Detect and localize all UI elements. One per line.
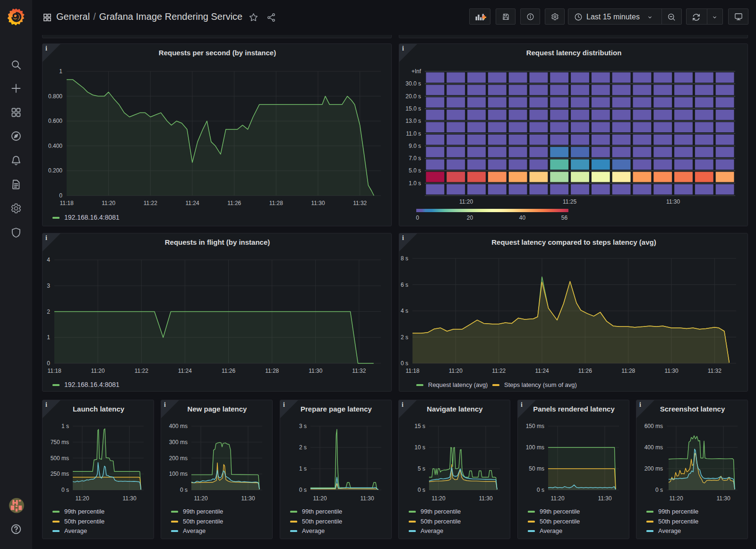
svg-text:50th percentile: 50th percentile — [64, 518, 104, 525]
svg-text:11:28: 11:28 — [265, 368, 279, 374]
svg-text:15.0 s: 15.0 s — [405, 105, 421, 112]
svg-text:600 ms: 600 ms — [644, 423, 663, 429]
svg-text:1: 1 — [59, 68, 62, 75]
svg-text:11:20: 11:20 — [669, 495, 683, 502]
svg-text:11:32: 11:32 — [708, 368, 722, 374]
svg-text:1.0 s: 1.0 s — [409, 180, 421, 187]
svg-text:11:26: 11:26 — [222, 368, 235, 374]
svg-text:99th percentile: 99th percentile — [421, 508, 461, 515]
svg-text:750 ms: 750 ms — [51, 439, 69, 446]
svg-text:13.0 s: 13.0 s — [405, 118, 421, 124]
svg-text:99th percentile: 99th percentile — [302, 508, 342, 515]
svg-text:200 ms: 200 ms — [644, 465, 663, 472]
svg-text:0 s: 0 s — [418, 487, 425, 493]
svg-text:3 s: 3 s — [299, 423, 307, 429]
svg-text:0.800: 0.800 — [48, 93, 62, 100]
svg-text:Average: Average — [421, 527, 443, 534]
svg-text:11:20: 11:20 — [102, 200, 115, 206]
svg-text:0 s: 0 s — [401, 360, 408, 367]
svg-text:11:30: 11:30 — [311, 200, 325, 206]
svg-text:20: 20 — [467, 214, 473, 221]
svg-text:11:30: 11:30 — [122, 495, 136, 502]
svg-text:99th percentile: 99th percentile — [64, 508, 104, 515]
svg-text:11:22: 11:22 — [135, 368, 148, 374]
svg-text:3: 3 — [47, 283, 50, 289]
svg-text:250 ms: 250 ms — [51, 471, 69, 477]
svg-text:11:18: 11:18 — [60, 200, 73, 206]
svg-text:0 s: 0 s — [61, 487, 69, 493]
svg-text:0: 0 — [47, 360, 50, 367]
svg-text:192.168.16.4:8081: 192.168.16.4:8081 — [64, 381, 120, 388]
svg-text:30.0 s: 30.0 s — [405, 80, 421, 87]
svg-text:0.600: 0.600 — [48, 118, 62, 124]
svg-text:99th percentile: 99th percentile — [658, 508, 698, 515]
svg-text:11.0 s: 11.0 s — [406, 130, 421, 137]
svg-text:11:26: 11:26 — [227, 200, 241, 206]
svg-text:11:25: 11:25 — [563, 198, 576, 205]
svg-text:11:18: 11:18 — [47, 368, 61, 374]
svg-text:0 s: 0 s — [299, 487, 307, 493]
svg-text:192.168.16.4:8081: 192.168.16.4:8081 — [64, 214, 120, 221]
svg-text:56: 56 — [561, 214, 568, 221]
svg-text:11:24: 11:24 — [185, 200, 199, 206]
svg-text:Average: Average — [658, 527, 681, 534]
svg-text:11:18: 11:18 — [405, 368, 419, 374]
svg-text:11:20: 11:20 — [431, 495, 445, 502]
svg-text:11:20: 11:20 — [550, 495, 564, 502]
svg-text:0.400: 0.400 — [48, 143, 62, 149]
svg-text:11:30: 11:30 — [241, 495, 255, 502]
svg-text:2: 2 — [47, 309, 50, 315]
svg-text:11:26: 11:26 — [578, 368, 592, 374]
svg-text:Average: Average — [64, 527, 87, 534]
svg-text:11:22: 11:22 — [492, 368, 506, 374]
svg-text:200 ms: 200 ms — [169, 455, 188, 462]
svg-text:11:20: 11:20 — [313, 495, 326, 502]
svg-text:11:30: 11:30 — [666, 198, 680, 205]
svg-text:1 s: 1 s — [299, 465, 307, 472]
svg-text:11:20: 11:20 — [75, 495, 89, 502]
svg-text:150 ms: 150 ms — [526, 423, 544, 429]
svg-text:11:30: 11:30 — [309, 368, 322, 374]
svg-text:Average: Average — [302, 527, 325, 534]
svg-text:100 ms: 100 ms — [526, 444, 544, 451]
svg-text:11:28: 11:28 — [621, 368, 635, 374]
svg-text:50 ms: 50 ms — [529, 465, 544, 472]
svg-text:11:30: 11:30 — [479, 495, 492, 502]
svg-text:11:30: 11:30 — [716, 495, 730, 502]
svg-text:9.0 s: 9.0 s — [409, 143, 421, 149]
svg-text:11:30: 11:30 — [598, 495, 611, 502]
svg-text:300 ms: 300 ms — [169, 439, 188, 446]
svg-text:0: 0 — [59, 192, 62, 199]
svg-text:99th percentile: 99th percentile — [183, 508, 223, 515]
svg-text:0 s: 0 s — [537, 487, 544, 493]
svg-text:11:24: 11:24 — [535, 368, 549, 374]
svg-text:Request latency (avg): Request latency (avg) — [428, 381, 488, 388]
svg-text:10 s: 10 s — [414, 444, 425, 451]
svg-text:8 s: 8 s — [401, 255, 408, 262]
svg-text:11:24: 11:24 — [178, 368, 192, 374]
svg-text:0.200: 0.200 — [48, 167, 62, 174]
svg-text:11:32: 11:32 — [353, 200, 367, 206]
svg-text:+Inf: +Inf — [412, 68, 421, 75]
svg-text:11:22: 11:22 — [144, 200, 157, 206]
svg-text:11:30: 11:30 — [360, 495, 374, 502]
svg-text:1: 1 — [47, 334, 50, 341]
svg-text:11:20: 11:20 — [194, 495, 207, 502]
svg-text:50th percentile: 50th percentile — [302, 518, 342, 525]
svg-text:100 ms: 100 ms — [169, 471, 188, 477]
svg-text:500 ms: 500 ms — [51, 455, 69, 462]
svg-text:40: 40 — [519, 214, 526, 221]
svg-text:11:30: 11:30 — [664, 368, 678, 374]
svg-text:5 s: 5 s — [418, 465, 425, 472]
svg-text:5.0 s: 5.0 s — [409, 167, 421, 174]
svg-text:11:20: 11:20 — [91, 368, 105, 374]
svg-text:11:20: 11:20 — [449, 368, 463, 374]
svg-text:50th percentile: 50th percentile — [183, 518, 223, 525]
svg-text:2 s: 2 s — [299, 444, 307, 451]
svg-text:11:32: 11:32 — [352, 368, 366, 374]
svg-text:50th percentile: 50th percentile — [421, 518, 461, 525]
svg-text:0: 0 — [416, 214, 419, 221]
svg-text:50th percentile: 50th percentile — [540, 518, 580, 525]
svg-text:11:20: 11:20 — [459, 198, 473, 205]
svg-text:4 s: 4 s — [401, 308, 408, 314]
